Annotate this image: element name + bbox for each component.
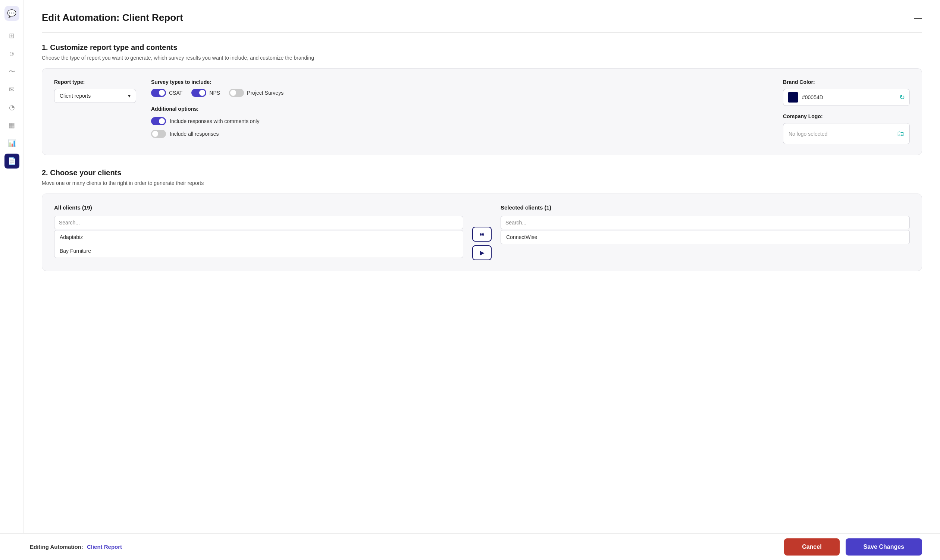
- documents-icon: 📄: [8, 157, 16, 165]
- csat-toggle-group: CSAT: [151, 89, 182, 97]
- sidebar-item-messages[interactable]: ✉: [5, 82, 19, 97]
- move-all-icon: ⏭: [479, 231, 485, 237]
- move-one-button[interactable]: ▶: [472, 245, 492, 260]
- additional-options-label: Additional options:: [151, 106, 768, 112]
- all-responses-option: Include all responses: [151, 130, 768, 138]
- survey-types-row: CSAT NPS: [151, 89, 768, 97]
- page-header: Edit Automation: Client Report —: [42, 12, 922, 23]
- all-responses-toggle[interactable]: [151, 130, 166, 138]
- card-inner: Report type: Client reports ▾ Survey typ…: [54, 79, 910, 144]
- page-title: Edit Automation: Client Report: [42, 12, 183, 23]
- all-clients-count: (19): [82, 204, 92, 211]
- report-type-label: Report type:: [54, 79, 136, 85]
- comments-only-label: Include responses with comments only: [170, 118, 259, 124]
- project-surveys-toggle-group: Project Surveys: [229, 89, 284, 97]
- section1-description: Choose the type of report you want to ge…: [42, 55, 922, 61]
- company-logo-label: Company Logo:: [783, 113, 910, 119]
- all-clients-title: All clients (19): [54, 204, 463, 211]
- analytics-icon: 〜: [9, 67, 15, 76]
- report-type-value: Client reports: [60, 93, 91, 99]
- csat-toggle[interactable]: [151, 89, 166, 97]
- branding-section: Brand Color: #00054D ↻ Company Logo: No …: [783, 79, 910, 144]
- move-one-icon: ▶: [480, 250, 484, 256]
- cancel-button[interactable]: Cancel: [784, 538, 839, 555]
- footer-automation-name: Client Report: [87, 544, 122, 550]
- sidebar-item-analytics[interactable]: 〜: [5, 64, 19, 79]
- all-clients-search[interactable]: [54, 216, 463, 229]
- company-logo-box: No logo selected 🗂: [783, 123, 910, 144]
- color-swatch[interactable]: [788, 92, 798, 103]
- brand-color-value: #00054D: [802, 94, 823, 100]
- sidebar-item-documents[interactable]: 📄: [5, 154, 19, 169]
- selected-clients-list: ConnectWise: [501, 230, 910, 244]
- project-surveys-toggle[interactable]: [229, 89, 244, 97]
- content-area: Edit Automation: Client Report — 1. Cust…: [24, 0, 940, 560]
- chevron-down-icon: ▾: [128, 93, 131, 99]
- brand-color-box: #00054D ↻: [783, 89, 910, 106]
- footer-bar: Editing Automation: Client Report Cancel…: [24, 533, 940, 560]
- nps-toggle-group: NPS: [191, 89, 220, 97]
- no-logo-text: No logo selected: [789, 131, 828, 137]
- save-changes-button[interactable]: Save Changes: [846, 538, 922, 555]
- survey-options-section: Survey types to include: CSAT: [151, 79, 768, 144]
- brand-color-label: Brand Color:: [783, 79, 910, 85]
- section2-title: 2. Choose your clients: [42, 169, 922, 177]
- sidebar-logo[interactable]: 💬: [5, 6, 19, 21]
- dashboard-icon: ⊞: [9, 32, 15, 40]
- client-item-adaptabiz[interactable]: Adaptabiz: [54, 231, 463, 244]
- selected-clients-search[interactable]: [501, 216, 910, 229]
- report-type-section: Report type: Client reports ▾: [54, 79, 136, 144]
- selected-clients-panel: Selected clients (1) ConnectWise: [501, 204, 910, 244]
- csat-label: CSAT: [169, 90, 182, 96]
- clients-inner: All clients (19) Adaptabiz Bay Furniture…: [54, 204, 910, 260]
- transfer-buttons: ⏭ ▶: [472, 204, 492, 260]
- all-clients-panel: All clients (19) Adaptabiz Bay Furniture: [54, 204, 463, 258]
- brand-color-left: #00054D: [788, 92, 823, 103]
- report-type-dropdown[interactable]: Client reports ▾: [54, 89, 136, 103]
- footer-buttons: Cancel Save Changes: [784, 538, 922, 555]
- messages-icon: ✉: [9, 85, 15, 94]
- nps-toggle[interactable]: [191, 89, 206, 97]
- selected-clients-title: Selected clients (1): [501, 204, 910, 211]
- logo-icon: 💬: [7, 9, 16, 18]
- sidebar-item-dashboard[interactable]: ⊞: [5, 28, 19, 43]
- sidebar-item-feedback[interactable]: ☺: [5, 46, 19, 61]
- footer-editing-label: Editing Automation: Client Report: [30, 544, 122, 550]
- client-item-connectwise[interactable]: ConnectWise: [501, 231, 909, 244]
- move-all-button[interactable]: ⏭: [472, 227, 492, 242]
- comments-only-option: Include responses with comments only: [151, 117, 768, 125]
- project-surveys-label: Project Surveys: [247, 90, 284, 96]
- all-clients-list: Adaptabiz Bay Furniture: [54, 230, 463, 258]
- survey-types-label: Survey types to include:: [151, 79, 768, 85]
- footer-editing-prefix: Editing Automation:: [30, 544, 83, 550]
- sidebar-item-automation[interactable]: ◔: [5, 100, 19, 115]
- minimize-button[interactable]: —: [914, 14, 922, 22]
- header-divider: [42, 32, 922, 33]
- automation-icon: ◔: [9, 103, 15, 111]
- sidebar-item-reports[interactable]: ▦: [5, 118, 19, 133]
- client-item-bay-furniture[interactable]: Bay Furniture: [54, 244, 463, 258]
- all-responses-label: Include all responses: [170, 131, 219, 137]
- section1-title: 1. Customize report type and contents: [42, 43, 922, 52]
- sidebar-item-charts[interactable]: 📊: [5, 136, 19, 151]
- refresh-icon[interactable]: ↻: [899, 93, 905, 102]
- section2-description: Move one or many clients to the right in…: [42, 180, 922, 186]
- selected-clients-count: (1): [545, 204, 551, 211]
- feedback-icon: ☺: [8, 50, 15, 58]
- nps-label: NPS: [209, 90, 220, 96]
- charts-icon: 📊: [8, 139, 16, 147]
- report-settings-card: Report type: Client reports ▾ Survey typ…: [42, 68, 922, 155]
- clients-card: All clients (19) Adaptabiz Bay Furniture…: [42, 194, 922, 271]
- sidebar: 💬 ⊞ ☺ 〜 ✉ ◔ ▦ 📊 📄: [0, 0, 24, 560]
- main-content: Edit Automation: Client Report — 1. Cust…: [24, 0, 940, 560]
- reports-icon: ▦: [9, 121, 15, 129]
- folder-icon[interactable]: 🗂: [897, 129, 904, 138]
- comments-only-toggle[interactable]: [151, 117, 166, 125]
